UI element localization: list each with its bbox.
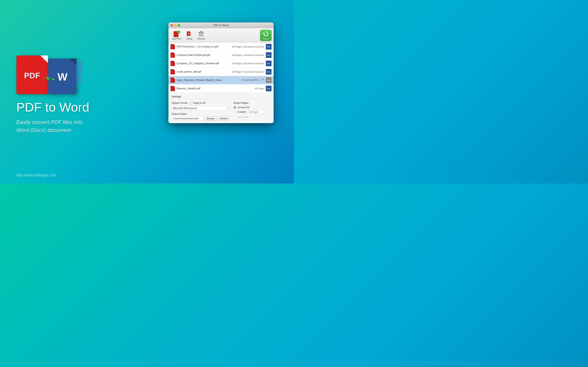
- docx-icon: Docx: [266, 77, 272, 83]
- pdf-icon-label: PDF: [24, 71, 40, 80]
- app-subtitle: Easily convert PDF files into Word (Docx…: [16, 118, 129, 134]
- window-titlebar: PDF to Word: [168, 22, 274, 28]
- file-name: PDF Print Driver – 1.0: Contact Us.pdf: [177, 45, 231, 48]
- file-pdf-icon: [171, 52, 175, 58]
- file-name: European_CV_Catapano_Giovanni.pdf: [177, 62, 231, 65]
- output-format-label: Output Format:: [172, 101, 188, 104]
- add-pdfs-icon: +: [173, 31, 180, 37]
- file-name: Apps_Payments_Finance_Reports_Guid...: [177, 79, 240, 82]
- docx-icon: Docx: [266, 52, 272, 58]
- app-logo: PDF W: [16, 49, 129, 94]
- file-status: All Pages: [255, 87, 264, 90]
- maximize-button[interactable]: [178, 24, 180, 26]
- clear-all-icon: [198, 31, 204, 37]
- docx-icon: Docx: [266, 60, 272, 66]
- settings-title: Settings: [172, 95, 270, 99]
- radio-custom-circle[interactable]: [233, 110, 236, 113]
- file-pdf-icon: [171, 69, 175, 75]
- convert-label: Convert: [262, 38, 269, 40]
- output-folder-section: Output Folder: Browse Reveal: [172, 113, 229, 121]
- file-status: All Pages, Conversion Success!: [232, 71, 264, 73]
- app-title: PDF to Word: [16, 100, 129, 114]
- reveal-button[interactable]: Reveal: [218, 116, 229, 121]
- docx-icon: Docx: [266, 86, 272, 91]
- convert-button[interactable]: Convert: [260, 30, 272, 41]
- add-pdfs-label: Add PDFs: [172, 38, 182, 40]
- traffic-lights: [171, 24, 180, 26]
- settings-row: Output Format: ✓ Apply to All Microsoft …: [172, 101, 270, 121]
- spinner-icon: [261, 79, 264, 82]
- folder-input-row: Browse Reveal: [172, 116, 229, 121]
- clear-all-button[interactable]: Clear All: [196, 30, 207, 41]
- file-pdf-icon: [171, 61, 175, 66]
- convert-arrow-icon: [42, 73, 58, 89]
- minimize-button[interactable]: [174, 24, 177, 26]
- apply-to-all-checkbox[interactable]: ✓ Apply to All: [190, 101, 205, 104]
- radio-convert-all-circle: [233, 106, 236, 109]
- radio-custom-row: Custom:: [233, 110, 270, 114]
- settings-output-format-col: Output Format: ✓ Apply to All Microsoft …: [172, 101, 229, 121]
- format-select[interactable]: Microsoft Word(.docx) Rich Text Format(.…: [172, 106, 229, 110]
- browse-button[interactable]: Browse: [205, 116, 217, 121]
- output-format-item: Output Format: ✓ Apply to All: [172, 101, 229, 104]
- file-list: PDF Print Driver – 1.0: Contact Us.pdf A…: [168, 43, 274, 93]
- svg-rect-5: [199, 32, 204, 33]
- convert-icon: [263, 31, 269, 37]
- left-branding-panel: PDF W PDF to Word: [16, 0, 129, 184]
- output-pages-label: Output Pages:: [233, 101, 270, 104]
- file-row[interactable]: Company Sales Report.pdf.pdf All Pages, …: [168, 51, 274, 59]
- app-window: PDF to Word + Add PDFs: [168, 22, 274, 123]
- file-row[interactable]: European_CV_Catapano_Giovanni.pdf All Pa…: [168, 59, 274, 68]
- delete-label: Delete: [186, 38, 192, 40]
- file-pdf-icon: [171, 86, 175, 91]
- radio-convert-all[interactable]: Convert All: [233, 106, 270, 109]
- file-name: Company Sales Report.pdf.pdf: [177, 54, 231, 57]
- delete-icon: [186, 31, 193, 37]
- folder-path-input[interactable]: [172, 116, 203, 121]
- file-row-converting[interactable]: Apps_Payments_Finance_Reports_Guid... Co…: [168, 76, 274, 84]
- radio-custom-label: Custom:: [237, 110, 247, 113]
- file-status: All Pages, Conversion Success!: [232, 54, 264, 56]
- file-name: Resume_Linkedin.pdf: [177, 87, 253, 90]
- output-folder-label: Output Folder:: [172, 113, 229, 115]
- file-row[interactable]: Resume_Linkedin.pdf All Pages Docx: [168, 84, 274, 92]
- file-row[interactable]: PDF Print Driver – 1.0: Contact Us.pdf A…: [168, 43, 274, 51]
- svg-rect-6: [200, 31, 202, 32]
- clear-all-label: Clear All: [198, 38, 205, 40]
- settings-output-pages-col: Output Pages: Convert All Custom: E.g. 1…: [233, 101, 270, 121]
- custom-pages-input[interactable]: [248, 110, 264, 114]
- file-status: All Pages, Conversion Success!: [232, 45, 264, 48]
- window-title: PDF to Word: [213, 24, 229, 27]
- radio-group: Convert All Custom: E.g. 1,5,3-8: [233, 106, 270, 119]
- custom-hint: E.g. 1,5,3-8: [237, 116, 248, 118]
- file-pdf-icon: [171, 77, 175, 83]
- website-url: http://www.ipdfapps.com: [16, 173, 56, 177]
- file-status-converting: Converting(32%)...: [242, 79, 264, 82]
- file-pdf-icon: [171, 44, 175, 49]
- toolbar: + Add PDFs Delete: [168, 28, 274, 43]
- word-icon-label: W: [57, 71, 67, 83]
- apply-to-all-label: Apply to All: [193, 101, 205, 104]
- docx-icon: Docx: [266, 44, 272, 50]
- docx-icon: Docx: [266, 69, 272, 75]
- radio-convert-all-label: Convert All: [237, 106, 249, 109]
- checkbox-icon: ✓: [190, 101, 192, 104]
- delete-button[interactable]: Delete: [184, 30, 195, 41]
- file-row[interactable]: xcode_iphone_sdk.pdf All Pages, Conversi…: [168, 68, 274, 76]
- add-pdfs-button[interactable]: + Add PDFs: [171, 30, 183, 41]
- close-button[interactable]: [171, 24, 173, 26]
- format-select-wrapper: Microsoft Word(.docx) Rich Text Format(.…: [172, 106, 229, 110]
- file-name: xcode_iphone_sdk.pdf: [177, 70, 231, 73]
- settings-panel: Settings Output Format: ✓ Apply to All M…: [168, 93, 274, 123]
- file-status: All Pages, Conversion Success!: [232, 62, 264, 65]
